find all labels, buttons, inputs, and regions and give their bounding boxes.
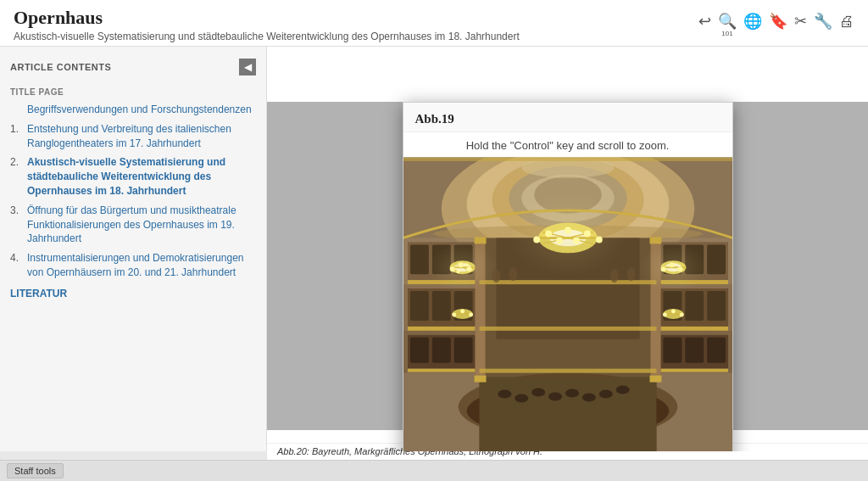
svg-rect-37 — [707, 291, 726, 321]
opera-image-svg — [403, 157, 732, 451]
sidebar-item-3[interactable]: 3. Öffnung für das Bürgertum und musikth… — [0, 201, 266, 249]
svg-rect-38 — [660, 327, 728, 331]
svg-rect-44 — [660, 369, 728, 372]
article-main: Abb.19 Hold the "Control" key and scroll… — [267, 47, 868, 451]
svg-point-109 — [492, 269, 500, 282]
svg-point-94 — [581, 393, 595, 401]
print-icon[interactable]: 🖨 — [839, 13, 854, 31]
svg-rect-43 — [707, 338, 726, 363]
sidebar: ARTICLE CONTENTS ◀ TITLE PAGE Begriffsve… — [0, 47, 267, 451]
svg-rect-108 — [479, 369, 656, 373]
bottom-bar: Staff tools — [0, 460, 868, 481]
svg-point-92 — [548, 392, 562, 400]
modal-dialog: Abb.19 Hold the "Control" key and scroll… — [403, 102, 733, 451]
header-left: Opernhaus Akustisch-visuelle Systematisi… — [14, 7, 520, 42]
svg-rect-11 — [409, 244, 428, 274]
bookmark-icon[interactable]: 🔖 — [769, 12, 787, 31]
share-icon[interactable]: ↩ — [698, 12, 711, 31]
svg-point-65 — [460, 309, 465, 313]
svg-rect-20 — [407, 327, 475, 331]
staff-tools-button[interactable]: Staff tools — [7, 463, 64, 478]
svg-rect-102 — [649, 376, 661, 383]
item-number-4: 4. — [10, 251, 22, 266]
wrench-icon[interactable]: 🔧 — [814, 12, 832, 31]
svg-point-90 — [515, 394, 528, 402]
literatur-item[interactable]: LITERATUR — [0, 282, 266, 305]
scissors-icon[interactable]: ✂ — [794, 12, 807, 31]
svg-rect-99 — [474, 376, 486, 383]
svg-rect-106 — [479, 280, 656, 284]
item-text-0: Begriffsverwendungen und Forschungstende… — [27, 103, 256, 117]
item-text-1: Entstehung und Verbreitung des italienis… — [27, 122, 256, 151]
sidebar-item-1[interactable]: 1. Entstehung und Verbreitung des italie… — [0, 120, 266, 154]
sidebar-title: ARTICLE CONTENTS — [10, 62, 111, 72]
svg-point-96 — [615, 386, 629, 394]
globe-icon[interactable]: 🌐 — [743, 12, 762, 31]
svg-point-64 — [452, 312, 456, 316]
svg-point-105 — [509, 192, 626, 276]
svg-point-89 — [498, 390, 511, 399]
svg-rect-101 — [649, 237, 661, 243]
svg-rect-88 — [479, 378, 656, 451]
search-icon[interactable]: 🔍 101 — [718, 12, 737, 31]
sidebar-item-2[interactable]: 2. Akustisch-visuelle Systematisierung u… — [0, 153, 266, 200]
svg-rect-31 — [707, 244, 726, 274]
svg-point-69 — [662, 312, 666, 316]
modal-header: Abb.19 — [403, 103, 732, 132]
svg-point-70 — [670, 309, 675, 313]
item-text-3: Öffnung für das Bürgertum und musiktheat… — [27, 204, 256, 246]
svg-point-103 — [428, 242, 496, 293]
content-area: ARTICLE CONTENTS ◀ TITLE PAGE Begriffsve… — [0, 47, 868, 451]
svg-rect-98 — [474, 237, 486, 243]
sidebar-item-0[interactable]: Begriffsverwendungen und Forschungstende… — [0, 100, 266, 120]
svg-rect-42 — [685, 338, 704, 363]
svg-rect-36 — [685, 291, 704, 321]
svg-point-95 — [598, 390, 612, 399]
svg-point-111 — [609, 269, 618, 282]
sidebar-item-4[interactable]: 4. Instrumentalisierungen und Demokratis… — [0, 249, 266, 282]
search-count: 101 — [721, 30, 732, 37]
item-text-2: Akustisch-visuelle Systematisierung und … — [27, 155, 256, 198]
svg-point-91 — [531, 389, 545, 397]
modal-title: Abb.19 — [415, 112, 454, 126]
modal-image — [403, 157, 732, 451]
svg-rect-107 — [479, 327, 656, 331]
svg-rect-24 — [431, 338, 450, 363]
svg-point-104 — [639, 242, 707, 293]
svg-point-112 — [626, 267, 635, 281]
svg-point-66 — [469, 312, 473, 316]
svg-rect-18 — [431, 291, 450, 321]
svg-rect-113 — [403, 158, 732, 161]
sidebar-section-title: TITLE PAGE — [0, 82, 266, 100]
svg-rect-23 — [409, 338, 428, 363]
svg-rect-25 — [453, 338, 472, 363]
svg-point-110 — [509, 267, 517, 281]
sidebar-toggle-button[interactable]: ◀ — [239, 59, 256, 76]
svg-rect-26 — [407, 369, 475, 372]
header: Opernhaus Akustisch-visuelle Systematisi… — [0, 0, 868, 47]
header-icons: ↩ 🔍 101 🌐 🔖 ✂ 🔧 🖨 — [698, 7, 854, 31]
page-subtitle: Akustisch-visuelle Systematisierung und … — [14, 31, 520, 42]
item-number-3: 3. — [10, 204, 22, 218]
sidebar-header: ARTICLE CONTENTS ◀ — [0, 55, 266, 82]
svg-point-93 — [565, 389, 579, 398]
item-number-1: 1. — [10, 122, 22, 137]
modal-hint: Hold the "Control" key and scroll to zoo… — [403, 132, 732, 157]
page-wrapper: Opernhaus Akustisch-visuelle Systematisi… — [0, 0, 868, 481]
svg-rect-41 — [663, 338, 682, 363]
item-number-2: 2. — [10, 155, 22, 170]
svg-rect-17 — [409, 291, 428, 321]
item-text-4: Instrumentalisierungen und Demokratisier… — [27, 251, 256, 280]
page-title: Opernhaus — [14, 7, 520, 29]
svg-point-71 — [679, 312, 683, 316]
modal-overlay[interactable]: Abb.19 Hold the "Control" key and scroll… — [267, 102, 868, 430]
